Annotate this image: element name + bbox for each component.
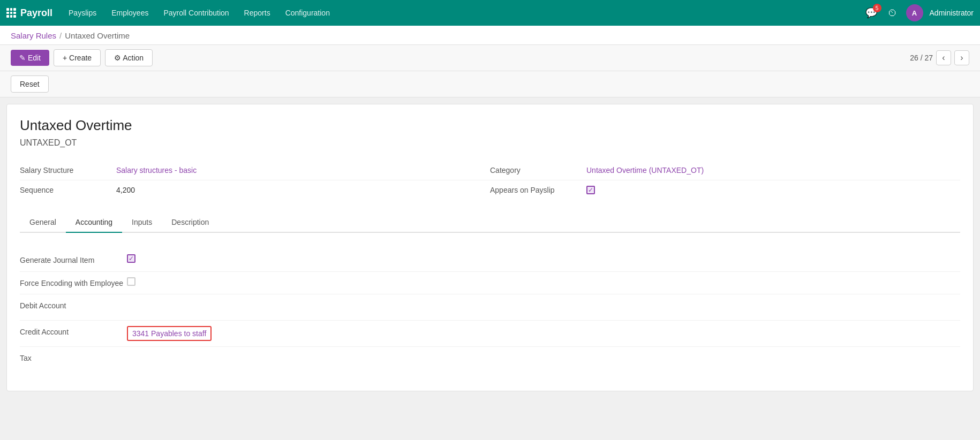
- category-value[interactable]: Untaxed Overtime (UNTAXED_OT): [586, 166, 704, 175]
- category-label: Category: [490, 166, 586, 175]
- breadcrumb-bar: Salary Rules / Untaxed Overtime: [0, 26, 980, 45]
- generate-journal-checkbox[interactable]: ✓: [127, 254, 135, 263]
- salary-structure-value[interactable]: Salary structures - basic: [116, 166, 197, 175]
- tax-label: Tax: [20, 352, 127, 364]
- sequence-row: Sequence 4,200: [20, 180, 490, 200]
- accounting-tab-content: Generate Journal Item ✓ Force Encoding w…: [20, 244, 960, 378]
- form-fields: Salary Structure Salary structures - bas…: [20, 161, 960, 200]
- credit-account-label: Credit Account: [20, 326, 127, 338]
- debit-account-row: Debit Account: [20, 294, 960, 321]
- debit-account-field[interactable]: [127, 300, 234, 315]
- grid-icon: [6, 8, 16, 18]
- reset-bar: Reset: [0, 71, 980, 97]
- breadcrumb-separator: /: [59, 31, 62, 40]
- main-nav: Payslips Employees Payroll Contribution …: [61, 0, 863, 26]
- sequence-value: 4,200: [116, 186, 135, 194]
- nav-reports[interactable]: Reports: [237, 0, 278, 26]
- action-button[interactable]: ⚙ Action: [105, 49, 153, 66]
- reset-button[interactable]: Reset: [11, 75, 49, 93]
- avatar[interactable]: A: [906, 4, 923, 21]
- salary-structure-label: Salary Structure: [20, 166, 116, 175]
- category-row: Category Untaxed Overtime (UNTAXED_OT): [490, 161, 960, 180]
- edit-button[interactable]: ✎ Edit: [11, 50, 49, 66]
- tab-accounting[interactable]: Accounting: [66, 213, 122, 233]
- admin-name: Administrator: [930, 9, 974, 17]
- navbar-right: 💬 5 ⏲ A Administrator: [863, 4, 974, 21]
- tab-general[interactable]: General: [20, 213, 66, 233]
- record-code: UNTAXED_OT: [20, 138, 960, 148]
- tabs: General Accounting Inputs Description: [20, 213, 960, 233]
- form-right: Category Untaxed Overtime (UNTAXED_OT) A…: [490, 161, 960, 200]
- next-button[interactable]: ›: [954, 50, 969, 65]
- breadcrumb-current: Untaxed Overtime: [65, 31, 130, 40]
- appears-on-payslip-label: Appears on Payslip: [490, 186, 586, 194]
- credit-account-field[interactable]: 3341 Payables to staff: [127, 326, 212, 341]
- tax-row: Tax: [20, 347, 960, 373]
- action-bar: ✎ Edit + Create ⚙ Action 26 / 27 ‹ ›: [0, 45, 980, 71]
- appears-on-payslip-row: Appears on Payslip ✓: [490, 180, 960, 200]
- nav-employees[interactable]: Employees: [104, 0, 156, 26]
- generate-journal-label: Generate Journal Item: [20, 254, 127, 266]
- force-encoding-checkbox[interactable]: [127, 277, 135, 286]
- nav-configuration[interactable]: Configuration: [278, 0, 337, 26]
- generate-journal-row: Generate Journal Item ✓: [20, 249, 960, 272]
- appears-on-payslip-checkbox[interactable]: ✓: [586, 186, 595, 194]
- sequence-label: Sequence: [20, 186, 116, 194]
- notification-badge: 5: [873, 4, 881, 12]
- prev-button[interactable]: ‹: [936, 50, 951, 65]
- tab-description[interactable]: Description: [162, 213, 218, 233]
- navbar: Payroll Payslips Employees Payroll Contr…: [0, 0, 980, 26]
- breadcrumb: Salary Rules / Untaxed Overtime: [11, 31, 969, 40]
- breadcrumb-parent[interactable]: Salary Rules: [11, 31, 56, 40]
- clock-button[interactable]: ⏲: [886, 5, 900, 21]
- tab-inputs[interactable]: Inputs: [122, 213, 162, 233]
- record-title: Untaxed Overtime: [20, 117, 960, 134]
- form-left: Salary Structure Salary structures - bas…: [20, 161, 490, 200]
- notifications-button[interactable]: 💬 5: [863, 5, 879, 21]
- salary-structure-row: Salary Structure Salary structures - bas…: [20, 161, 490, 180]
- credit-account-row: Credit Account 3341 Payables to staff: [20, 321, 960, 347]
- brand-name: Payroll: [20, 7, 52, 19]
- brand[interactable]: Payroll: [6, 7, 52, 19]
- force-encoding-row: Force Encoding with Employee: [20, 272, 960, 295]
- nav-payroll-contribution[interactable]: Payroll Contribution: [156, 0, 236, 26]
- main-content: Untaxed Overtime UNTAXED_OT Salary Struc…: [6, 104, 974, 391]
- pagination-text: 26 / 27: [910, 54, 933, 62]
- create-button[interactable]: + Create: [54, 49, 101, 66]
- debit-account-label: Debit Account: [20, 300, 127, 312]
- tax-field[interactable]: [127, 352, 234, 367]
- force-encoding-label: Force Encoding with Employee: [20, 277, 127, 289]
- pagination: 26 / 27 ‹ ›: [910, 50, 969, 65]
- nav-payslips[interactable]: Payslips: [61, 0, 104, 26]
